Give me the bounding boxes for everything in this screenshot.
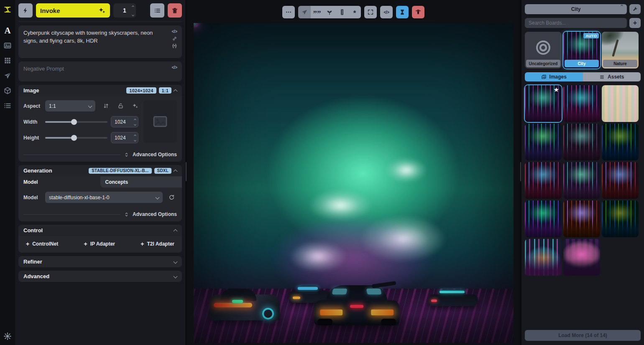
tab-canvas-image-icon[interactable] <box>3 41 12 50</box>
tab-workflows-icon[interactable] <box>3 71 12 80</box>
boards-list: Uncategorized AUTO City Nature <box>525 32 641 68</box>
positive-prompt-box[interactable]: Cyberpunk cityscape with towering skyscr… <box>18 25 182 58</box>
recall-dimensions-button[interactable] <box>336 6 348 18</box>
height-slider[interactable] <box>45 137 107 139</box>
add-t2i-adapter-button[interactable]: + T2I Adapter <box>141 241 174 247</box>
recall-all-button[interactable]: * <box>348 6 361 18</box>
board-uncategorized[interactable]: Uncategorized <box>525 32 562 68</box>
board-search-input[interactable] <box>525 18 627 28</box>
generation-card-header[interactable]: Generation STABLE-DIFFUSION-XL-B... SDXL <box>18 165 182 176</box>
load-more-button[interactable]: Load More (14 of 14) <box>525 330 641 341</box>
board-nature[interactable]: Nature <box>602 32 639 68</box>
control-card-header[interactable]: Control <box>18 225 182 236</box>
height-slider-knob[interactable] <box>71 135 77 141</box>
width-carets[interactable] <box>134 118 136 125</box>
gallery-image[interactable] <box>602 162 639 199</box>
advanced-card: Advanced <box>18 271 182 282</box>
negative-prompt-box[interactable]: Negative Prompt </> <box>18 61 182 81</box>
expand-chevron-icon[interactable] <box>174 260 178 264</box>
tab-queue-list-icon[interactable] <box>3 101 12 110</box>
aspect-tools <box>103 103 138 109</box>
optimize-size-sparkles-icon[interactable] <box>132 103 138 109</box>
collapse-chevron-icon[interactable] <box>174 229 178 233</box>
recall-prompt-button[interactable]: ”” <box>311 6 323 18</box>
invoke-queue-front-button[interactable] <box>18 3 33 18</box>
refiner-card-header[interactable]: Refiner <box>18 256 182 267</box>
more-options-button[interactable] <box>282 6 295 18</box>
gallery-image[interactable] <box>602 124 639 160</box>
generated-image[interactable] <box>194 23 514 343</box>
generation-settings-card: Generation STABLE-DIFFUSION-XL-B... SDXL… <box>18 165 182 221</box>
image-advanced-options-toggle[interactable]: Advanced Options <box>18 147 182 162</box>
height-input[interactable]: 1024 <box>111 132 138 143</box>
tab-models-cube-icon[interactable] <box>3 86 12 95</box>
tab-images[interactable]: Images <box>525 72 583 81</box>
expand-updown-icon <box>124 212 129 217</box>
aspect-select[interactable]: 1:1 <box>45 100 95 112</box>
iterations-stepper[interactable]: 1 <box>113 3 136 18</box>
embedding-icon[interactable]: {•} <box>172 43 176 48</box>
gallery-image[interactable] <box>563 200 600 237</box>
board-settings-button[interactable] <box>629 4 641 14</box>
gallery-image[interactable] <box>602 85 639 122</box>
queue-bar: Invoke 1 <box>18 3 182 18</box>
model-arch-badge: SDXL <box>154 168 171 174</box>
height-carets[interactable] <box>134 134 136 141</box>
tab-upscale-grid-icon[interactable] <box>3 56 12 65</box>
recall-seed-button[interactable] <box>323 6 336 18</box>
show-progress-button[interactable] <box>396 6 409 18</box>
delete-image-button[interactable] <box>412 6 424 18</box>
width-input[interactable]: 1024 <box>111 116 138 127</box>
lock-aspect-icon[interactable] <box>118 103 124 109</box>
gallery-image[interactable] <box>525 239 562 276</box>
gallery-image[interactable] <box>563 239 600 276</box>
star-icon[interactable]: ★ <box>554 86 559 94</box>
add-board-button[interactable]: + <box>629 18 641 28</box>
refresh-models-button[interactable] <box>166 192 177 203</box>
settings-gear-icon[interactable] <box>3 332 12 341</box>
open-queue-button[interactable] <box>150 3 164 18</box>
model-select[interactable]: stable-diffusion-xl-base-1-0 <box>45 192 163 203</box>
sparkles-icon <box>98 7 106 14</box>
expand-chevron-icon[interactable] <box>174 274 178 279</box>
invoke-logo-icon[interactable] <box>3 5 12 14</box>
collapse-chevron-icon[interactable] <box>174 170 178 174</box>
gallery-image[interactable] <box>563 162 600 199</box>
tab-generate[interactable]: A <box>3 26 12 35</box>
gallery-image-selected[interactable]: ★ <box>525 85 562 122</box>
add-ip-adapter-button[interactable]: + IP Adapter <box>84 241 115 247</box>
tab-model[interactable]: Model <box>18 176 100 188</box>
add-controlnet-button[interactable]: + ControlNet <box>26 241 58 247</box>
image-ratio-badge: 1:1 <box>159 87 172 94</box>
gallery-image[interactable] <box>525 124 562 160</box>
gallery-image[interactable] <box>563 85 600 122</box>
fit-to-view-button[interactable] <box>364 6 377 18</box>
swap-dimensions-icon[interactable] <box>103 103 109 109</box>
load-workflow-button[interactable] <box>298 6 311 18</box>
negative-prompt-placeholder[interactable]: Negative Prompt <box>23 65 168 78</box>
width-slider[interactable] <box>45 121 107 123</box>
gallery-image[interactable] <box>525 200 562 237</box>
gallery-grid: ★ <box>525 85 641 276</box>
image-card-header[interactable]: Image 1024×1024 1:1 <box>18 85 182 96</box>
prompt-syntax-icon[interactable]: </> <box>172 29 177 34</box>
collapse-chevron-icon[interactable] <box>174 89 178 94</box>
link-lora-icon[interactable] <box>172 36 177 41</box>
gallery-image[interactable] <box>525 162 562 199</box>
clear-queue-button[interactable] <box>168 3 182 18</box>
advanced-card-header[interactable]: Advanced <box>18 271 182 282</box>
tab-concepts[interactable]: Concepts <box>100 176 182 188</box>
view-metadata-button[interactable]: </> <box>380 6 393 18</box>
generation-advanced-options-toggle[interactable]: Advanced Options <box>18 207 182 221</box>
positive-prompt-text[interactable]: Cyberpunk cityscape with towering skyscr… <box>23 29 168 54</box>
board-city[interactable]: AUTO City <box>563 32 600 68</box>
gallery-image[interactable] <box>602 200 639 237</box>
width-slider-knob[interactable] <box>71 119 77 125</box>
panel-resize-handle-right[interactable] <box>520 0 521 345</box>
tab-assets[interactable]: Assets <box>583 72 641 81</box>
board-selector[interactable]: City <box>525 4 627 14</box>
gallery-image[interactable] <box>563 124 600 160</box>
prompt-syntax-icon[interactable]: </> <box>172 65 177 70</box>
stepper-carets[interactable] <box>132 5 134 16</box>
invoke-button[interactable]: Invoke <box>36 3 110 18</box>
